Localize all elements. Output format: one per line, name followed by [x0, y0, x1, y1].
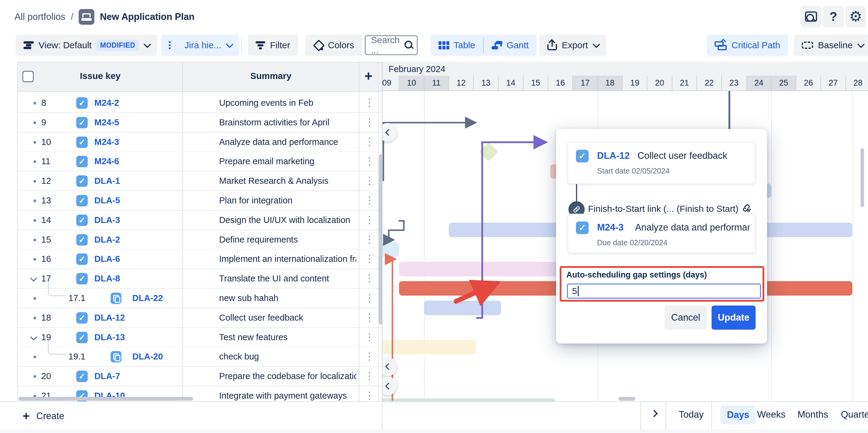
update-button[interactable]: Update: [712, 306, 755, 330]
issue-key-link[interactable]: DLA-13: [94, 332, 125, 342]
table-row-M24-5[interactable]: 9✓M24-5Brainstorm activities for April⋮: [18, 113, 382, 132]
row-menu-button[interactable]: ⋮: [364, 292, 375, 304]
issue-key-link[interactable]: DLA-1: [94, 176, 120, 186]
row-menu-button[interactable]: ⋮: [364, 272, 375, 284]
table-horizontal-scrollbar[interactable]: [19, 397, 193, 401]
filter-button[interactable]: Filter: [248, 35, 298, 56]
settings-button[interactable]: ⚙: [845, 6, 866, 27]
view-selector-button[interactable]: View: Default MODIFIED: [16, 35, 157, 56]
issue-summary: Prepare the codebase for localization: [219, 371, 356, 381]
milestone-diamond-M24-5[interactable]: [478, 142, 498, 161]
tab-table[interactable]: Table: [431, 35, 483, 56]
row-menu-button[interactable]: ⋮: [364, 389, 375, 401]
collapse-chevron-icon[interactable]: [30, 275, 37, 282]
issue-key-link[interactable]: DLA-8: [94, 274, 120, 283]
gantt-vertical-scrollbar[interactable]: [861, 91, 864, 401]
expand-panel-chevron[interactable]: [650, 410, 658, 417]
issue-key-link[interactable]: DLA-5: [94, 195, 120, 206]
row-menu-button[interactable]: ⋮: [364, 96, 375, 109]
table-row-DLA-7[interactable]: 20✓DLA-7Prepare the codebase for localiz…: [18, 367, 382, 386]
table-row-DLA-5[interactable]: 13✓DLA-5Plan for integration⋮: [18, 191, 382, 211]
target-issue-card[interactable]: ✓ M24-3 Analyze data and performan... Du…: [567, 214, 755, 253]
row-menu-button[interactable]: ⋮: [364, 233, 375, 245]
colors-button[interactable]: Colors: [305, 35, 362, 56]
table-row-DLA-1[interactable]: 12✓DLA-1Market Research & Analysis⋮: [18, 172, 382, 191]
toolbar-divider: [241, 38, 242, 53]
scroll-to-task-button[interactable]: [382, 123, 397, 142]
unlink-icon[interactable]: [741, 202, 752, 215]
row-menu-button[interactable]: ⋮: [364, 331, 375, 343]
breadcrumb-all-portfolios[interactable]: All portfolios: [14, 11, 65, 22]
table-row-DLA-13[interactable]: 19✓DLA-13Test new features⋮: [18, 328, 382, 347]
row-menu-button[interactable]: ⋮: [364, 194, 375, 206]
scroll-to-task-button[interactable]: [382, 358, 397, 376]
row-menu-button[interactable]: ⋮: [364, 214, 375, 226]
row-number: 11: [41, 156, 50, 166]
row-menu-button[interactable]: ⋮: [364, 155, 375, 167]
source-issue-card[interactable]: ✓ DLA-12 Collect user feedback Start dat…: [567, 142, 755, 184]
issue-summary: Market Research & Analysis: [219, 176, 356, 186]
table-row-DLA-20[interactable]: 19.1DLA-20check bug⋮: [18, 347, 382, 367]
table-row-DLA-8[interactable]: 17✓DLA-8Translate the UI and content⋮: [18, 269, 382, 289]
zoom-quarters[interactable]: Quarters: [841, 409, 868, 420]
create-button[interactable]: + Create: [23, 409, 64, 423]
doc-search-button[interactable]: [801, 6, 822, 27]
issue-key-link[interactable]: DLA-2: [94, 235, 120, 245]
row-menu-button[interactable]: ⋮: [364, 311, 375, 323]
gantt-bar-DLA-8[interactable]: [424, 301, 501, 315]
scrollbar-thumb[interactable]: [861, 148, 864, 207]
table-row-DLA-3[interactable]: 14✓DLA-3Design the UI/UX with localizati…: [18, 211, 382, 230]
table-row-DLA-12[interactable]: 18✓DLA-12Collect user feedback⋮: [18, 308, 382, 328]
source-issue-key[interactable]: DLA-12: [597, 150, 630, 161]
target-issue-key[interactable]: M24-3: [597, 222, 624, 233]
zoom-days-active[interactable]: Days: [720, 406, 756, 424]
issue-key-link[interactable]: DLA-7: [94, 371, 120, 381]
issue-key-link[interactable]: M24-5: [94, 118, 119, 127]
doc-search-icon: [805, 11, 817, 22]
issue-key-link[interactable]: DLA-20: [132, 352, 163, 362]
scrollbar-thumb[interactable]: [379, 154, 382, 324]
row-menu-button[interactable]: ⋮: [364, 135, 375, 148]
issue-key-link[interactable]: DLA-12: [94, 313, 125, 323]
issue-key-link[interactable]: DLA-22: [132, 293, 163, 303]
row-menu-button[interactable]: ⋮: [364, 116, 375, 128]
jira-hierarchy-button[interactable]: Jira hie...: [161, 35, 239, 56]
issue-key-link[interactable]: DLA-6: [94, 254, 120, 264]
gantt-bar-DLA-7[interactable]: [382, 398, 555, 401]
tab-gantt[interactable]: Gantt: [484, 35, 536, 56]
critical-path-button[interactable]: Critical Path: [707, 35, 788, 56]
row-menu-button[interactable]: ⋮: [364, 175, 375, 187]
search-input[interactable]: Search ...: [365, 35, 418, 55]
issue-key-column-header[interactable]: Issue key: [18, 71, 183, 81]
issue-key-link[interactable]: M24-6: [94, 156, 119, 166]
day-header-18: 18: [598, 75, 622, 90]
export-button[interactable]: Export: [539, 35, 606, 56]
table-row-DLA-2[interactable]: 15✓DLA-2Define requirements⋮: [18, 230, 382, 250]
add-column-button[interactable]: +: [364, 68, 373, 84]
row-menu-button[interactable]: ⋮: [364, 252, 375, 265]
issue-key-link[interactable]: DLA-3: [94, 215, 120, 225]
summary-column-header[interactable]: Summary: [183, 71, 359, 81]
scroll-to-task-button[interactable]: [382, 377, 397, 395]
table-vertical-scrollbar[interactable]: [379, 62, 382, 401]
zoom-weeks[interactable]: Weeks: [757, 409, 785, 420]
collapse-chevron-icon[interactable]: [30, 333, 37, 340]
table-row-M24-6[interactable]: 11✓M24-6Prepare email marketing⋮: [18, 152, 382, 172]
gap-days-input[interactable]: 5: [567, 283, 761, 299]
issue-key-link[interactable]: M24-3: [94, 137, 119, 147]
baseline-button[interactable]: Baseline: [794, 35, 868, 56]
today-button[interactable]: Today: [679, 409, 704, 420]
gantt-horizontal-scrollbar[interactable]: [618, 397, 635, 401]
zoom-months[interactable]: Months: [798, 409, 828, 420]
table-row-DLA-6[interactable]: 16✓DLA-6Implement an internationalizatio…: [18, 249, 382, 269]
row-menu-button[interactable]: ⋮: [364, 350, 375, 362]
table-row-M24-2[interactable]: 8✓M24-2Upcoming events in Feb⋮: [18, 93, 382, 113]
table-row-DLA-22[interactable]: 17.1DLA-22new sub hahah⋮: [18, 289, 382, 308]
gantt-bar-DLA-3[interactable]: [382, 242, 399, 257]
row-menu-button[interactable]: ⋮: [364, 370, 375, 382]
help-button[interactable]: ?: [823, 6, 844, 27]
cancel-button[interactable]: Cancel: [664, 306, 707, 330]
table-row-M24-3[interactable]: 10✓M24-3Analyze data and performance⋮: [18, 132, 382, 152]
issue-key-link[interactable]: M24-2: [94, 98, 119, 108]
gantt-bar-DLA-12[interactable]: [382, 340, 476, 354]
